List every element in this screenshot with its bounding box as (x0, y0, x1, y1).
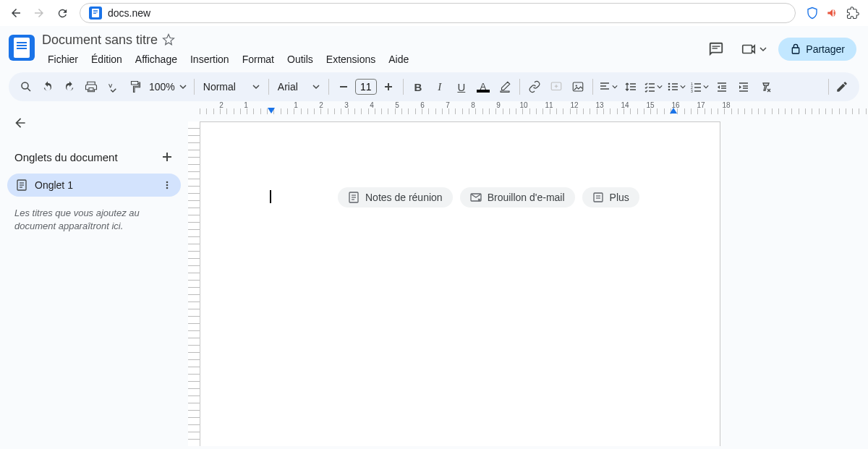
insert-comment-button[interactable] (546, 77, 566, 97)
insert-image-button[interactable] (568, 77, 588, 97)
menu-file[interactable]: Fichier (42, 51, 84, 68)
add-tab-button[interactable] (161, 150, 174, 163)
browser-back-button[interactable] (6, 3, 26, 23)
menu-edit[interactable]: Édition (85, 51, 128, 68)
docs-header: Document sans titre Fichier Édition Affi… (0, 26, 868, 69)
svg-point-15 (575, 85, 576, 86)
document-icon (348, 192, 359, 203)
svg-rect-53 (594, 193, 603, 202)
text-cursor (270, 190, 271, 203)
chip-email-draft[interactable]: Brouillon d'e-mail (460, 187, 575, 208)
paragraph-style-select[interactable]: Normal (199, 81, 264, 93)
svg-point-6 (22, 82, 28, 89)
font-family-select[interactable]: Arial (273, 81, 324, 93)
svg-point-45 (166, 181, 169, 184)
outline-hint: Les titres que vous ajoutez au document … (7, 200, 181, 240)
svg-text:3: 3 (691, 89, 693, 93)
document-canvas: 2 1 1 2 3 4 5 6 7 8 9 10 11 12 13 14 15 … (188, 101, 868, 446)
menu-tools[interactable]: Outils (281, 51, 319, 68)
document-tab-1[interactable]: Onglet 1 (7, 174, 181, 197)
chip-meeting-notes[interactable]: Notes de réunion (338, 187, 453, 208)
font-size-input[interactable] (355, 79, 377, 95)
shield-icon[interactable] (806, 7, 819, 20)
clear-formatting-button[interactable] (755, 77, 775, 97)
checklist-button[interactable] (642, 77, 664, 97)
browser-url-bar[interactable]: docs.new (80, 3, 796, 23)
formatting-toolbar: 100% Normal Arial B I U A (9, 72, 859, 101)
browser-reload-button[interactable] (52, 3, 72, 23)
sidebar-title: Onglets du document (14, 151, 118, 163)
print-button[interactable] (81, 77, 101, 97)
menu-help[interactable]: Aide (383, 51, 414, 68)
document-page[interactable]: Notes de réunion Brouillon d'e-mail Plus (200, 121, 720, 446)
menu-format[interactable]: Format (237, 51, 280, 68)
align-button[interactable] (597, 77, 619, 97)
docs-logo[interactable] (9, 35, 35, 61)
share-button[interactable]: Partager (778, 38, 856, 61)
lock-icon (790, 43, 801, 55)
font-size-increase[interactable] (378, 77, 399, 97)
editing-mode-button[interactable] (832, 77, 852, 97)
zoom-select[interactable]: 100% (146, 81, 190, 93)
font-size-decrease[interactable] (333, 77, 354, 97)
puzzle-icon[interactable] (846, 7, 859, 20)
svg-rect-5 (712, 48, 718, 48)
megaphone-icon[interactable] (826, 7, 839, 20)
vertical-ruler[interactable] (188, 121, 200, 446)
highlight-button[interactable] (495, 77, 515, 97)
browser-forward-button[interactable] (29, 3, 49, 23)
outline-sidebar: Onglets du document Onglet 1 Les titres … (0, 101, 188, 446)
left-indent-marker[interactable] (267, 107, 276, 114)
increase-indent-button[interactable] (733, 77, 754, 97)
numbered-list-button[interactable]: 123 (689, 77, 710, 97)
svg-point-47 (166, 187, 169, 189)
more-icon (592, 192, 604, 203)
email-icon (470, 192, 482, 203)
document-icon (16, 179, 27, 191)
svg-point-46 (166, 184, 169, 187)
browser-url-text: docs.new (108, 7, 150, 19)
menu-extensions[interactable]: Extensions (320, 51, 381, 68)
line-spacing-button[interactable] (621, 77, 641, 97)
document-title[interactable]: Document sans titre (42, 33, 158, 48)
menu-bar: Fichier Édition Affichage Insertion Form… (42, 49, 703, 69)
svg-point-21 (668, 89, 671, 91)
underline-button[interactable]: U (451, 77, 472, 97)
sidebar-collapse-button[interactable] (7, 110, 33, 136)
menu-view[interactable]: Affichage (129, 51, 183, 68)
menu-insert[interactable]: Insertion (184, 51, 235, 68)
italic-button[interactable]: I (430, 77, 450, 97)
redo-button[interactable] (59, 77, 80, 97)
svg-rect-3 (93, 13, 96, 14)
meet-button[interactable] (738, 41, 770, 57)
horizontal-ruler[interactable]: 2 1 1 2 3 4 5 6 7 8 9 10 11 12 13 14 15 … (200, 101, 868, 114)
browser-toolbar: docs.new (0, 0, 868, 26)
paint-format-button[interactable] (124, 77, 145, 97)
comments-button[interactable] (703, 36, 729, 62)
star-icon[interactable] (162, 33, 175, 46)
svg-line-7 (27, 88, 30, 91)
right-indent-marker[interactable] (669, 107, 678, 114)
spellcheck-button[interactable] (103, 77, 123, 97)
docs-favicon (89, 7, 102, 20)
share-label: Partager (806, 43, 845, 55)
browser-extensions (803, 7, 862, 20)
insert-link-button[interactable] (524, 77, 545, 97)
search-button[interactable] (16, 77, 36, 97)
svg-point-20 (668, 86, 671, 88)
tab-label: Onglet 1 (35, 179, 73, 191)
bulleted-list-button[interactable] (665, 77, 687, 97)
undo-button[interactable] (38, 77, 58, 97)
text-color-button[interactable]: A (473, 77, 493, 97)
bold-button[interactable]: B (408, 77, 428, 97)
chip-more[interactable]: Plus (582, 187, 639, 208)
tab-more-icon[interactable] (162, 180, 172, 190)
svg-rect-2 (93, 12, 98, 12)
svg-point-19 (668, 83, 671, 85)
decrease-indent-button[interactable] (712, 77, 732, 97)
svg-rect-1 (93, 10, 98, 11)
svg-rect-4 (712, 46, 720, 46)
